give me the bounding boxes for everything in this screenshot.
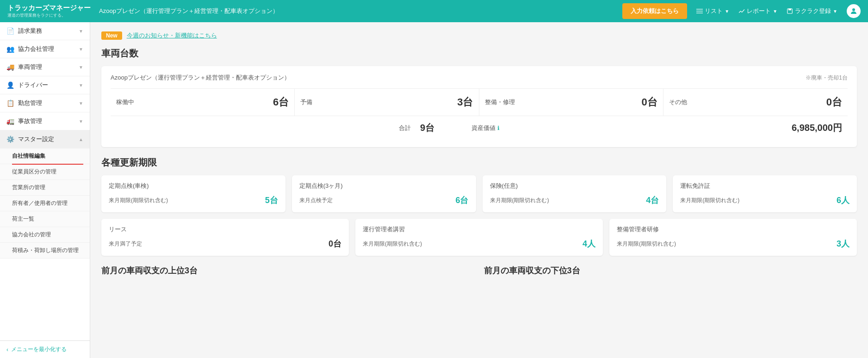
vehicle-stats-row: 稼働中 6台 予備 3台 整備・修理 0台 その他 0台 [111, 88, 848, 116]
card-plan-title: Azoopプレゼン（運行管理プラン＋経営管理・配車表オプション） [111, 74, 290, 82]
menu-icon [696, 8, 703, 14]
svg-rect-2 [696, 13, 703, 13]
renewal-card-0: 定期点検(車検) 来月期限(期限切れ含む) 5台 [101, 175, 285, 212]
renewal-card-row-6: 来月期限(期限切れ含む) 3人 [617, 238, 849, 249]
vehicle-count-card: Azoopプレゼン（運行管理プラン＋経営管理・配車表オプション） ※廃車・売却1… [101, 66, 857, 147]
announcement-link[interactable]: 今週のお知らせ・新機能はこちら [127, 31, 217, 40]
stat-maintenance-label: 整備・修理 [485, 98, 637, 106]
renewal-card-row-2: 来月期限(期限切れ含む) 4台 [490, 195, 659, 206]
sidebar-sub-company-info[interactable]: 自社情報編集 [0, 148, 90, 164]
stat-active: 稼働中 6台 [111, 89, 295, 116]
page-subtitle: Azoopプレゼン（運行管理プラン＋経営管理・配車表オプション） [95, 7, 622, 15]
renewal-card-row-3: 来月期限(期限切れ含む) 6人 [680, 195, 849, 206]
renewal-card-value-1[interactable]: 6台 [455, 195, 468, 206]
chevron-up-icon: ▲ [79, 137, 83, 142]
renewal-card-row-5: 来月期限(期限切れ含む) 4人 [363, 238, 595, 249]
sidebar-collapse-button[interactable]: ‹ メニューを最小化する [0, 340, 90, 358]
master-icon: ⚙️ [6, 136, 14, 143]
renewal-card-row-0: 来月期限(期限切れ含む) 5台 [109, 195, 278, 206]
sidebar-sub-menu: 自社情報編集 従業員区分の管理 営業所の管理 所有者／使用者の管理 荷主一覧 協… [0, 148, 90, 259]
stat-maintenance: 整備・修理 0台 [479, 89, 663, 116]
chevron-left-icon: ‹ [6, 346, 8, 353]
renewal-card-value-0[interactable]: 5台 [265, 195, 278, 206]
sidebar-sub-partner-mgmt[interactable]: 協力会社の管理 [0, 227, 90, 243]
sidebar-item-partner[interactable]: 👥 協力会社管理 ▼ [0, 40, 90, 58]
sidebar-item-accident[interactable]: 🚛 事故管理 ▼ [0, 112, 90, 130]
chart-icon [738, 8, 745, 14]
logo-sub: 運道の管理業務をラクにする。 [7, 12, 66, 19]
stat-spare-value: 3台 [457, 95, 473, 109]
vehicle-section-title: 車両台数 [101, 47, 857, 60]
sidebar-item-billing[interactable]: 📄 請求業務 ▼ [0, 22, 90, 40]
vehicle-totals-row: 合計 9台 資産価値 ℹ 6,985,000円 [111, 116, 848, 140]
bottom-sections: 前月の車両収支の上位3台 前月の車両収支の下位3台 [101, 265, 857, 276]
renewal-card-title-5: 運行管理者講習 [363, 225, 595, 234]
attendance-icon: 📋 [6, 99, 14, 107]
driver-icon: 👤 [6, 81, 14, 89]
renewal-card-label-2: 来月期限(期限切れ含む) [490, 197, 549, 204]
renewal-card-value-3[interactable]: 6人 [837, 195, 849, 206]
renewal-grid-row1: 定期点検(車検) 来月期限(期限切れ含む) 5台 定期点検(3ヶ月) 来月点検予… [101, 175, 857, 212]
renewal-card-title-0: 定期点検(車検) [109, 182, 278, 190]
renewal-card-label-3: 来月期限(期限切れ含む) [680, 197, 739, 204]
stat-active-value: 6台 [273, 95, 289, 109]
stat-maintenance-value: 0台 [642, 95, 657, 109]
vehicle-icon: 🚚 [6, 63, 14, 71]
new-badge: New [101, 31, 122, 40]
renewal-card-label-5: 来月期限(期限切れ含む) [363, 240, 422, 248]
sidebar-item-driver[interactable]: 👤 ドライバー ▼ [0, 76, 90, 94]
renewal-card-4: リース 来月満了予定 0台 [101, 219, 349, 256]
renewal-card-1: 定期点検(3ヶ月) 来月点検予定 6台 [292, 175, 476, 212]
nav-register-link[interactable]: ラクラク登録 ▼ [787, 7, 837, 15]
renewal-card-label-1: 来月点検予定 [299, 197, 333, 204]
renewal-card-label-4: 来月満了予定 [109, 240, 142, 248]
chevron-down-icon: ▼ [773, 9, 777, 14]
nav-list-link[interactable]: リスト ▼ [696, 7, 729, 15]
stat-other: その他 0台 [663, 89, 848, 116]
renewal-card-5: 運行管理者講習 来月期限(期限切れ含む) 4人 [355, 219, 603, 256]
renewal-section-title: 各種更新期限 [101, 156, 857, 169]
renewal-card-title-1: 定期点検(3ヶ月) [299, 182, 469, 190]
partner-icon: 👥 [6, 45, 14, 53]
billing-icon: 📄 [6, 27, 14, 35]
renewal-card-title-2: 保険(任意) [490, 182, 659, 190]
chevron-down-icon: ▼ [79, 47, 83, 52]
nav-report-link[interactable]: レポート ▼ [738, 7, 777, 15]
sidebar-item-master[interactable]: ⚙️ マスター設定 ▲ [0, 130, 90, 148]
renewal-card-value-6[interactable]: 3人 [837, 238, 849, 249]
sidebar: 📄 請求業務 ▼ 👥 協力会社管理 ▼ 🚚 車両管理 ▼ 👤 ドライバー ▼ 📋… [0, 22, 90, 358]
cta-button[interactable]: 入力依頼はこちら [622, 3, 687, 19]
main-content: New 今週のお知らせ・新機能はこちら 車両台数 Azoopプレゼン（運行管理プ… [90, 22, 868, 358]
sidebar-sub-location[interactable]: 荷積み・荷卸し場所の管理 [0, 243, 90, 259]
sidebar-item-attendance[interactable]: 📋 勤怠管理 ▼ [0, 94, 90, 112]
sidebar-item-vehicle[interactable]: 🚚 車両管理 ▼ [0, 58, 90, 76]
renewal-card-label-0: 来月期限(期限切れ含む) [109, 197, 168, 204]
renewal-card-value-4: 0台 [329, 238, 341, 249]
total-value: 9台 [420, 122, 434, 134]
chevron-down-icon: ▼ [79, 65, 83, 70]
info-icon: ℹ [497, 125, 500, 131]
user-avatar[interactable] [847, 4, 861, 18]
sidebar-sub-shipper[interactable]: 荷主一覧 [0, 211, 90, 227]
sidebar-sub-employee-category[interactable]: 従業員区分の管理 [0, 164, 90, 180]
svg-rect-1 [696, 11, 703, 11]
card-note: ※廃車・売却1台 [806, 74, 848, 82]
nav-right: 入力依頼はこちら リスト ▼ レポート ▼ ラクラク登録 ▼ [622, 3, 861, 19]
stat-spare: 予備 3台 [295, 89, 479, 116]
sidebar-sub-office[interactable]: 営業所の管理 [0, 180, 90, 196]
total-label: 合計 [399, 124, 411, 132]
logo-main: トラッカーズマネージャー [7, 4, 91, 12]
sidebar-sub-owner[interactable]: 所有者／使用者の管理 [0, 196, 90, 211]
chevron-down-icon: ▼ [79, 101, 83, 106]
renewal-card-6: 整備管理者研修 来月期限(期限切れ含む) 3人 [609, 219, 857, 256]
renewal-card-value-2[interactable]: 4台 [646, 195, 659, 206]
renewal-card-2: 保険(任意) 来月期限(期限切れ含む) 4台 [483, 175, 667, 212]
renewal-card-value-5[interactable]: 4人 [583, 238, 595, 249]
logo-area: トラッカーズマネージャー 運道の管理業務をラクにする。 [7, 4, 95, 19]
chevron-down-icon: ▼ [79, 83, 83, 88]
asset-value: 6,985,000円 [792, 122, 842, 134]
save-icon [787, 8, 793, 14]
chevron-down-icon: ▼ [833, 9, 837, 14]
stat-other-label: その他 [669, 98, 822, 106]
chevron-down-icon: ▼ [725, 9, 729, 14]
